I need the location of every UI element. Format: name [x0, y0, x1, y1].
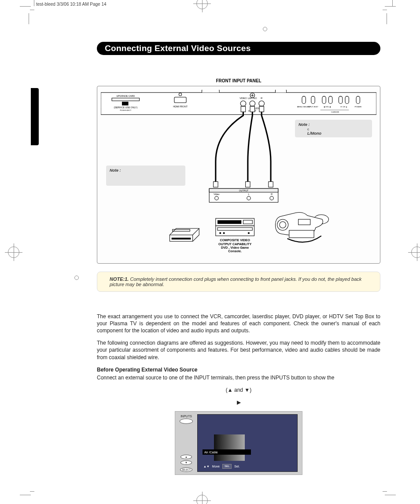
svg-rect-23	[246, 182, 250, 188]
paragraph-1: The exact arrangement you use to connect…	[97, 313, 380, 335]
figure-label: FRONT INPUT PANEL	[216, 78, 261, 83]
output-r-label: R	[271, 193, 273, 195]
note-box-right: Note : c L/Mono	[295, 120, 372, 137]
svg-rect-24	[269, 182, 273, 188]
svg-rect-20	[250, 107, 254, 112]
tv-screen: Air /Cable ▲▼ Move SEL Sel.	[197, 414, 298, 472]
vcr-icon	[170, 228, 199, 241]
note-callout-body: Completely insert connection cord plugs …	[110, 276, 361, 287]
paragraph-2: The following connection diagrams are of…	[97, 339, 380, 361]
osd-selected-row: Air /Cable	[203, 449, 251, 455]
ch-label: ▼ CH ▲	[340, 106, 348, 108]
camcorder-icon	[275, 212, 328, 242]
tv-left-controls: INPUTS ▲ ▼ SELECT	[175, 412, 197, 475]
up-arrow-icon: ▲	[181, 455, 192, 459]
paragraph-3c: ▶	[97, 399, 380, 406]
osd-move-text: Move	[212, 464, 220, 468]
note-left-text: Note :	[110, 168, 121, 173]
paragraph-3a: Connect an external source to one of the…	[97, 374, 380, 381]
svg-point-37	[219, 232, 221, 234]
note-callout: NOTE:1. Completely insert connection cor…	[97, 272, 380, 292]
svg-rect-31	[172, 238, 191, 239]
tv-osd-screenshot: INPUTS ▲ ▼ SELECT Air /Cable ▲▼ Mov	[175, 411, 302, 475]
osd-sel-key: SEL	[222, 464, 232, 468]
cursor-label: CURSOR	[331, 111, 339, 113]
page-content: Connecting External Video Sources FRONT …	[31, 13, 389, 491]
push-eject-label: PUSH EJECT	[120, 109, 131, 111]
note-right-emph: L/Mono	[298, 131, 321, 136]
video-jack-label: VIDEO	[239, 97, 247, 99]
svg-point-38	[223, 232, 225, 234]
svg-rect-19	[241, 107, 245, 112]
inputs-label: INPUTS	[181, 414, 192, 418]
select-button-icon: SELECT	[180, 467, 192, 472]
crop-mark	[385, 495, 396, 495]
svg-rect-22	[214, 182, 218, 188]
service-only-label: (SERVICE USE ONLY)	[114, 106, 138, 109]
slug-line: test-bleed 3/3/06 10:18 AM Page 14	[36, 2, 107, 7]
sub-heading: Before Operating External Video Source	[97, 366, 380, 373]
osd-sel-text: Sel.	[234, 464, 239, 468]
power-label: POWER	[354, 106, 361, 108]
output-title: OUTPUT	[239, 189, 249, 192]
body-text: The exact arrangement you use to connect…	[97, 313, 380, 475]
note-right-title: Note :	[298, 122, 310, 127]
down-arrow-icon: ▼	[181, 460, 192, 465]
input-exit-label: INPUT /EXIT	[308, 106, 318, 108]
hdmi-front-label: HDMI FRONT	[173, 105, 188, 108]
registration-target-bottom	[196, 495, 208, 504]
front-input-panel-figure: FRONT INPUT PANEL Note : Note : c L/Mono…	[97, 86, 380, 264]
vol-label: ◀ VOL ▶	[324, 106, 331, 108]
side-tab	[31, 88, 39, 145]
svg-rect-2	[122, 102, 129, 105]
plug-tips	[214, 107, 273, 188]
inputs-button-icon	[180, 419, 193, 424]
osd-selected-text: Air /Cable	[204, 450, 218, 454]
tv-arrow-group: ▲ ▼	[181, 455, 192, 465]
section-title: Connecting External Video Sources	[97, 42, 380, 55]
svg-point-39	[248, 232, 250, 234]
registration-target-right	[411, 246, 420, 258]
crop-mark	[29, 13, 29, 24]
tv-gradient	[214, 434, 245, 461]
device-caption-4: Console.	[228, 249, 242, 253]
dvd-player-icon	[216, 218, 254, 236]
svg-point-41	[277, 219, 288, 230]
note-right-sub: c	[298, 127, 309, 131]
svg-rect-34	[217, 220, 241, 224]
output-video-label: Video	[214, 193, 219, 195]
crop-mark	[20, 495, 31, 495]
upgrade-card-label: UPGRADE CARD	[116, 95, 135, 97]
registration-target-left	[8, 246, 19, 258]
note-callout-prefix: NOTE:1.	[110, 276, 130, 282]
osd-hint-row: ▲▼ Move SEL Sel.	[203, 464, 269, 469]
osd-updown-icon: ▲▼	[203, 464, 210, 468]
svg-rect-43	[289, 230, 314, 238]
paragraph-3b: (▲ and ▼)	[97, 386, 380, 394]
output-l-label: L	[248, 193, 249, 195]
svg-rect-32	[216, 226, 254, 236]
lmono-jack-label: L/MONO	[248, 97, 257, 99]
content-column: Connecting External Video Sources FRONT …	[97, 42, 380, 475]
svg-rect-21	[259, 107, 264, 112]
r-jack-label: R	[261, 97, 262, 99]
note-box-left: Note :	[106, 166, 185, 186]
crop-mark	[385, 6, 396, 7]
crop-mark	[20, 6, 31, 7]
cable-group	[216, 107, 271, 184]
